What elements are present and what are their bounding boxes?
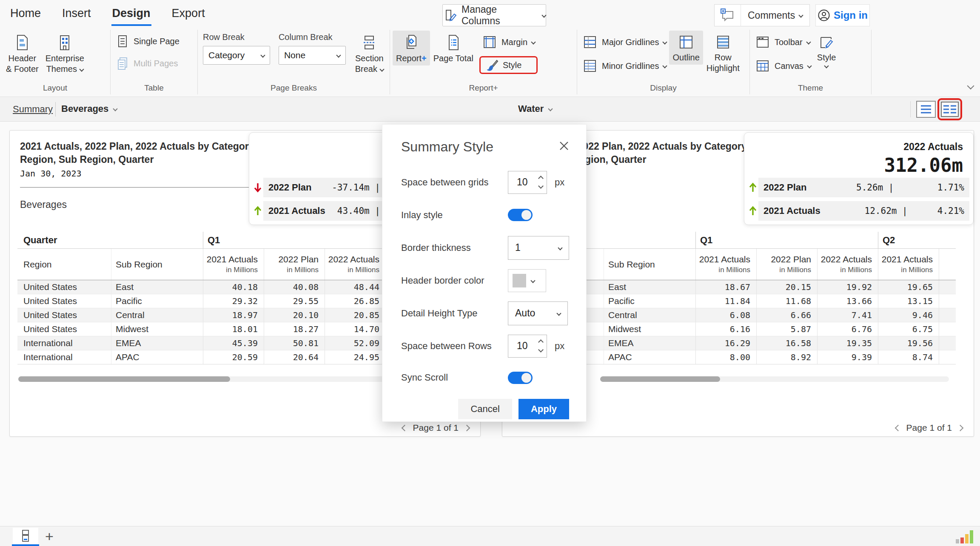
arrow-up-icon	[252, 205, 263, 217]
arrow-down-icon	[252, 182, 263, 193]
cancel-button[interactable]: Cancel	[458, 399, 512, 419]
table-header-row: Region Sub Region 2021 Actualsin Million…	[17, 249, 411, 280]
ribbon: Home Insert Design Export Manage Columns…	[0, 0, 980, 97]
button-label: Page Total	[433, 53, 473, 64]
apply-button[interactable]: Apply	[518, 399, 569, 419]
spinner-up-icon[interactable]	[538, 176, 544, 181]
close-icon[interactable]	[558, 140, 570, 152]
comments-button[interactable]: Comments	[714, 4, 810, 26]
header-border-color-picker[interactable]	[508, 269, 546, 292]
spinner-up-icon[interactable]	[538, 339, 544, 345]
metric-header: 2022 Actualsin Millions	[817, 249, 878, 280]
group-page-breaks: Row Break Category Column Break None	[198, 30, 390, 94]
cell-value: 18.67	[695, 280, 756, 294]
toolbar-button[interactable]: Toolbar	[752, 32, 814, 52]
scrollbar-thumb[interactable]	[18, 376, 230, 382]
sync-scroll-toggle[interactable]	[508, 372, 533, 384]
building-icon	[57, 34, 73, 53]
cell-value: 19.65	[878, 280, 939, 294]
previous-page-icon[interactable]	[895, 424, 901, 431]
spinner-down-icon[interactable]	[538, 183, 544, 189]
tab-design[interactable]: Design	[111, 3, 151, 26]
canvas-button[interactable]: Canvas	[752, 56, 814, 76]
kpi-label: 2021 Actuals	[763, 205, 820, 216]
spinner-down-icon[interactable]	[538, 347, 544, 353]
row-break-select[interactable]: Category	[203, 46, 270, 65]
space-between-rows-input[interactable]: 10	[508, 335, 547, 358]
border-thickness-select[interactable]: 1	[508, 236, 569, 260]
cell-value: 24.95	[325, 350, 385, 364]
group-report-plus: Report+ Page Total Margin	[390, 30, 577, 94]
field-sync-scroll: Sync Scroll	[401, 362, 569, 393]
outline-button[interactable]: Outline	[669, 31, 703, 65]
button-label: Style	[817, 52, 836, 63]
cell-region: United States	[17, 294, 111, 308]
minor-gridlines-button[interactable]: Minor Gridlines	[580, 56, 669, 76]
space-between-grids-input[interactable]: 10	[508, 171, 547, 194]
sub-region-header: Sub Region	[604, 249, 695, 280]
margin-button[interactable]: Margin	[479, 32, 538, 52]
cell-value: 6.75	[878, 322, 939, 336]
field-value: 10	[517, 176, 528, 188]
toolbar-icon	[755, 34, 770, 50]
single-column-view-button[interactable]	[916, 101, 936, 118]
cell-sub-region: EMEA	[111, 336, 203, 350]
multi-pages-button[interactable]: Multi Pages	[113, 54, 182, 72]
row-highlight-button[interactable]: Row Highlight	[703, 31, 743, 75]
theme-style-button[interactable]: Style	[814, 31, 839, 69]
cell-value: 5.87	[756, 322, 817, 336]
detail-height-type-select[interactable]: Auto	[508, 301, 568, 325]
horizontal-scrollbar[interactable]	[600, 376, 949, 382]
manage-columns-button[interactable]: Manage Columns	[442, 4, 546, 26]
style-button[interactable]: Style	[479, 56, 538, 74]
tab-water[interactable]: Water	[518, 103, 552, 114]
cell-value: 6.66	[756, 308, 817, 322]
tab-summary[interactable]: Summary	[13, 104, 53, 115]
plus-sign: +	[422, 54, 427, 63]
report-plus-button[interactable]: Report+	[393, 31, 430, 65]
button-label: Header	[9, 53, 37, 64]
column-break-select[interactable]: None	[279, 46, 346, 65]
page-total-button[interactable]: Page Total	[430, 31, 477, 65]
tab-insert[interactable]: Insert	[61, 3, 92, 26]
previous-page-icon[interactable]	[401, 424, 408, 431]
two-column-view-button[interactable]	[937, 98, 962, 120]
sign-in-button[interactable]: Sign in	[815, 4, 870, 26]
cell-value: 52.09	[325, 336, 385, 350]
margin-icon	[482, 34, 497, 50]
field-space-between-grids: Space between grids 10 px	[401, 166, 569, 199]
scrollbar-thumb[interactable]	[600, 376, 720, 382]
tab-export[interactable]: Export	[171, 3, 206, 26]
inlay-style-toggle[interactable]	[508, 209, 533, 221]
tab-beverages[interactable]: Beverages	[61, 103, 117, 114]
add-page-button[interactable]: +	[45, 526, 54, 546]
next-page-icon[interactable]	[957, 424, 964, 431]
metric-header: 2021 Actualsin Millions	[878, 249, 939, 280]
button-label: Break	[355, 64, 377, 74]
cell-value: 29.55	[264, 294, 325, 308]
kpi-percent: 1.71%	[937, 182, 964, 193]
section-break-button[interactable]: Section Break	[352, 31, 387, 76]
group-theme: Toolbar Canvas Style	[750, 30, 872, 94]
button-label: Style	[503, 60, 521, 70]
tab-home[interactable]: Home	[9, 3, 42, 26]
button-label: Enterprise	[46, 53, 84, 64]
enterprise-themes-button[interactable]: Enterprise Themes	[42, 31, 88, 76]
report-canvas: 2021 Actuals, 2022 Plan, 2022 Actuals by…	[0, 122, 980, 526]
sub-region-header: Sub Region	[111, 249, 203, 280]
single-page-button[interactable]: Single Page	[113, 32, 182, 50]
horizontal-scrollbar[interactable]	[18, 376, 397, 382]
header-footer-button[interactable]: Header & Footer	[3, 31, 42, 76]
manage-columns-label: Manage Columns	[462, 4, 538, 27]
cell-sub-region: Midwest	[604, 322, 695, 336]
row-break-label: Row Break	[203, 32, 270, 42]
cell-region: United States	[17, 308, 111, 322]
region-header: Region	[17, 249, 111, 280]
column-break-value: None	[284, 50, 305, 60]
arrow-up-icon	[747, 182, 758, 193]
kpi-value: -37.14m |	[332, 182, 380, 193]
major-gridlines-button[interactable]: Major Gridlines	[580, 32, 669, 52]
active-page-tab[interactable]	[13, 528, 38, 544]
field-header-border-color: Header border color	[401, 264, 569, 297]
next-page-icon[interactable]	[464, 424, 470, 431]
